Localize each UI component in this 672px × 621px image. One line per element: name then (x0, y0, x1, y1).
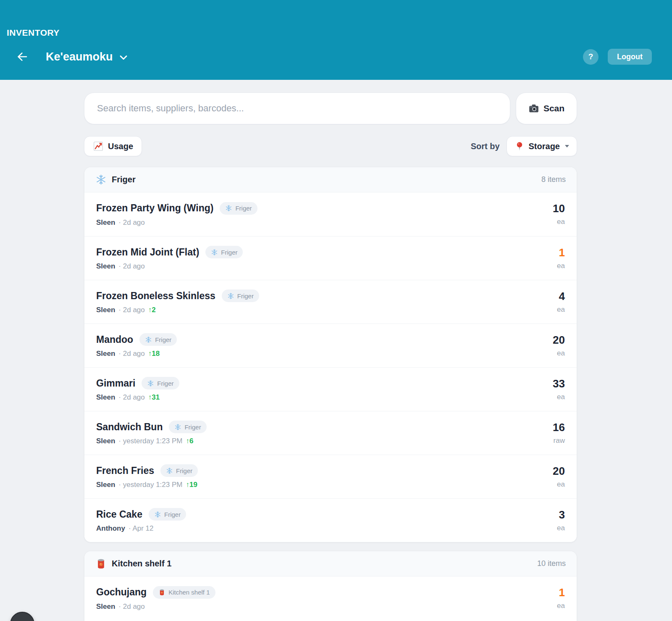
caret-down-icon (565, 145, 569, 147)
storage-badge-label: Kitchen shelf 1 (168, 589, 210, 596)
scan-button-label: Scan (543, 103, 564, 113)
item-name: Frozen Boneless Skinless (96, 290, 215, 302)
quantity-unit: ea (557, 393, 565, 401)
storage-badge: Friger (160, 464, 198, 477)
inventory-item-row[interactable]: Frozen Party Wing (Wing) Friger Sleen · … (84, 192, 577, 236)
app-section-label: INVENTORY (7, 28, 60, 38)
storage-group-rows: Frozen Party Wing (Wing) Friger Sleen · … (84, 192, 577, 542)
inventory-item-row[interactable]: French Fries Friger Sleen · yesterday 1:… (84, 455, 577, 498)
snowflake-icon (147, 380, 154, 387)
usage-button[interactable]: Usage (84, 136, 142, 156)
last-editor: Sleen (96, 437, 115, 445)
snowflake-icon (227, 292, 234, 300)
storage-group-name: Kitchen shelf 1 (112, 559, 171, 568)
inventory-item-row[interactable]: Frozen Mid Joint (Flat) Friger Sleen · 2… (84, 236, 577, 280)
storage-group-rows: Gochujang Kitchen shelf 1 Sleen · 2d ago… (84, 576, 577, 620)
help-button[interactable]: ? (583, 49, 598, 65)
sort-by-label: Sort by (471, 142, 500, 151)
quantity-unit: ea (557, 305, 565, 314)
quantity-unit: raw (554, 437, 565, 445)
canned-food-icon (158, 589, 165, 596)
quantity-unit: ea (557, 480, 565, 489)
sort-value: Storage (529, 142, 560, 151)
last-editor: Sleen (96, 306, 115, 314)
logout-button[interactable]: Logout (608, 49, 652, 65)
scan-button[interactable]: Scan (516, 92, 577, 124)
storage-badge-label: Friger (184, 424, 201, 431)
inventory-item-row[interactable]: Frozen Boneless Skinless Friger Sleen · … (84, 280, 577, 324)
item-name: Frozen Mid Joint (Flat) (96, 247, 199, 258)
last-updated: · 2d ago (118, 393, 144, 402)
quantity-delta: ↑19 (186, 481, 197, 489)
item-name: Rice Cake (96, 509, 142, 520)
snowflake-icon (154, 511, 161, 518)
usage-button-label: Usage (108, 142, 133, 151)
item-name: Gimmari (96, 378, 135, 389)
last-editor: Sleen (96, 218, 115, 227)
main-content: Scan Usage Sort by Storage Friger 8 item… (84, 92, 577, 621)
storage-badge-label: Friger (235, 205, 252, 212)
snowflake-icon (211, 249, 218, 256)
camera-icon (528, 103, 539, 114)
storage-badge: Kitchen shelf 1 (153, 586, 215, 599)
quantity-delta: ↑2 (148, 306, 156, 314)
last-editor: Sleen (96, 603, 115, 611)
quantity-value: 1 (559, 247, 565, 258)
last-updated: · yesterday 1:23 PM (118, 481, 182, 489)
item-name: Sandwich Bun (96, 421, 163, 433)
search-input[interactable] (84, 92, 510, 124)
last-updated: · Apr 12 (129, 524, 154, 533)
floating-action-button[interactable] (10, 612, 34, 621)
storage-group-item-count: 8 items (541, 175, 566, 184)
snowflake-icon (166, 467, 173, 474)
storage-badge-label: Friger (221, 249, 237, 256)
inventory-item-row[interactable]: Gimmari Friger Sleen · 2d ago ↑31 33 ea (84, 367, 577, 411)
quantity-unit: ea (557, 524, 565, 532)
storage-badge: Friger (169, 421, 206, 433)
storage-badge: Friger (205, 246, 243, 258)
inventory-item-row[interactable]: Rice Cake Friger Anthony · Apr 12 3 ea (84, 498, 577, 542)
quantity-unit: ea (557, 602, 565, 610)
inventory-item-row[interactable]: Mandoo Friger Sleen · 2d ago ↑18 20 ea (84, 324, 577, 367)
last-editor: Anthony (96, 524, 125, 533)
quantity-value: 10 (553, 203, 565, 214)
location-title: Ke'eaumoku (46, 50, 113, 63)
chevron-down-icon (118, 53, 129, 63)
storage-group-name: Friger (112, 175, 136, 184)
sort-dropdown[interactable]: Storage (507, 136, 577, 156)
quantity-delta: ↑18 (148, 350, 160, 358)
last-editor: Sleen (96, 350, 115, 358)
snowflake-icon (174, 424, 181, 431)
location-selector[interactable] (118, 53, 129, 63)
last-editor: Sleen (96, 393, 115, 402)
last-updated: · 2d ago (118, 306, 144, 314)
storage-group-card: Friger 8 items Frozen Party Wing (Wing) … (84, 167, 577, 542)
last-editor: Sleen (96, 262, 115, 271)
last-updated: · yesterday 1:23 PM (118, 437, 182, 445)
storage-badge: Friger (142, 377, 179, 389)
quantity-value: 33 (553, 378, 565, 389)
quantity-unit: ea (557, 349, 565, 358)
storage-badge-label: Friger (237, 292, 254, 300)
arrow-left-icon (16, 50, 29, 63)
inventory-item-row[interactable]: Gochujang Kitchen shelf 1 Sleen · 2d ago… (84, 576, 577, 620)
last-updated: · 2d ago (118, 350, 144, 358)
snowflake-icon (95, 174, 107, 185)
snowflake-icon (145, 336, 152, 343)
quantity-unit: ea (557, 262, 565, 270)
last-updated: · 2d ago (118, 603, 144, 611)
storage-badge-label: Friger (164, 511, 181, 518)
quantity-value: 4 (559, 290, 565, 302)
storage-group-header: Friger 8 items (84, 167, 577, 192)
storage-badge-label: Friger (157, 380, 173, 387)
storage-badge: Friger (222, 289, 259, 302)
canned-food-icon (95, 558, 107, 569)
quantity-value: 1 (559, 587, 565, 598)
quantity-value: 20 (553, 334, 565, 346)
back-button[interactable] (15, 49, 30, 64)
inventory-item-row[interactable]: Sandwich Bun Friger Sleen · yesterday 1:… (84, 411, 577, 455)
storage-badge: Friger (220, 202, 257, 215)
storage-badge-label: Friger (155, 336, 171, 343)
quantity-value: 20 (553, 465, 565, 477)
last-updated: · 2d ago (118, 218, 144, 227)
